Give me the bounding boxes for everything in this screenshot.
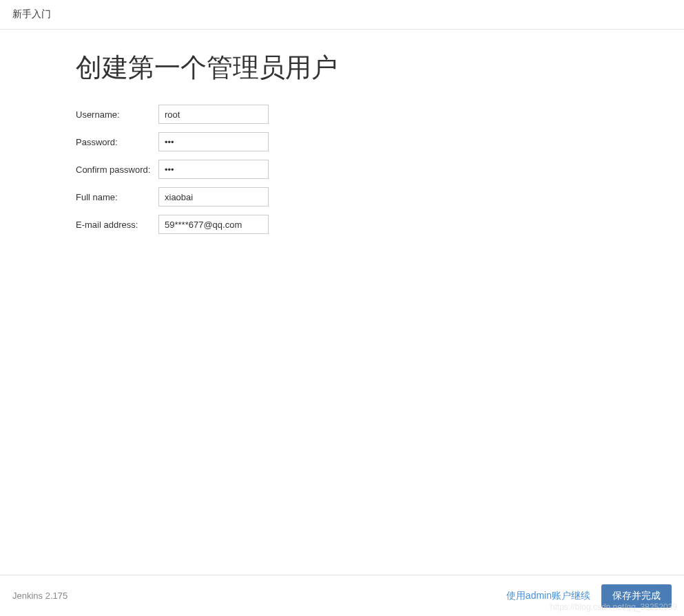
skip-admin-link[interactable]: 使用admin账户继续 [506,590,590,602]
email-row: E-mail address: [76,215,684,234]
page-title: 创建第一个管理员用户 [76,50,684,85]
username-label: Username: [76,109,158,120]
version-text: Jenkins 2.175 [12,591,68,601]
username-row: Username: [76,105,684,124]
email-input[interactable] [158,215,269,234]
fullname-row: Full name: [76,187,684,206]
header-title: 新手入门 [12,8,51,19]
footer-bar: Jenkins 2.175 使用admin账户继续 保存并完成 [0,575,684,616]
password-row: Password: [76,132,684,151]
password-label: Password: [76,137,158,147]
fullname-input[interactable] [158,187,269,206]
header-bar: 新手入门 [0,0,684,30]
password-input[interactable] [158,132,269,151]
fullname-label: Full name: [76,192,158,202]
confirm-password-input[interactable] [158,160,269,179]
username-input[interactable] [158,105,269,124]
footer-actions: 使用admin账户继续 保存并完成 [506,584,672,608]
email-label: E-mail address: [76,220,158,230]
save-and-finish-button[interactable]: 保存并完成 [601,584,672,608]
confirm-password-row: Confirm password: [76,160,684,179]
main-content: 创建第一个管理员用户 Username: Password: Confirm p… [0,30,684,570]
confirm-password-label: Confirm password: [76,164,158,175]
